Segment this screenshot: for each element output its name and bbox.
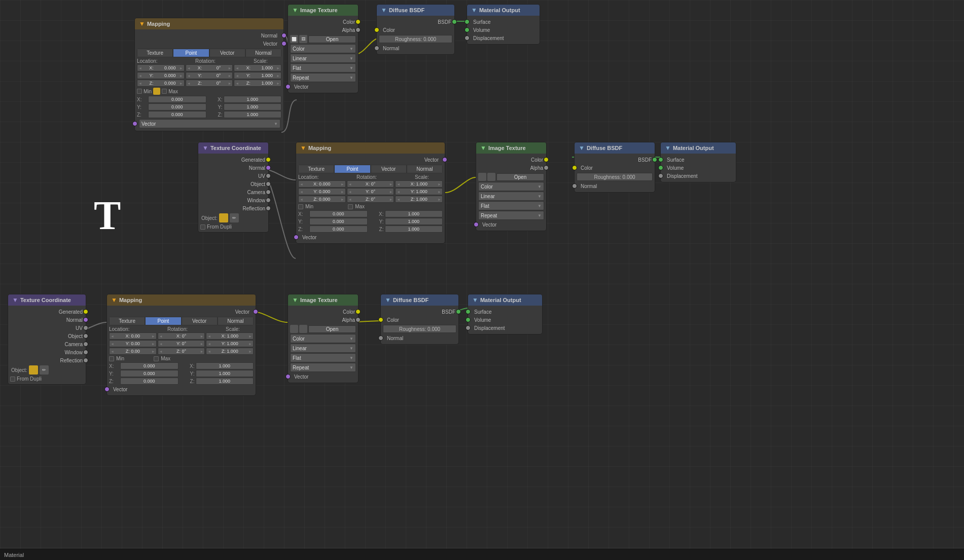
tab-point-r2[interactable]: Point xyxy=(334,165,370,173)
scale-z-r3[interactable]: ◄Z: 1.000► xyxy=(206,348,254,355)
normal-in-diff-r2[interactable] xyxy=(572,183,577,189)
min-cb-r2[interactable] xyxy=(298,204,303,209)
max-x-r3[interactable]: 1.000 xyxy=(196,362,254,369)
rot-y-r3[interactable]: ◄Y: 0°► xyxy=(158,340,205,347)
uv-socket-r2[interactable] xyxy=(266,173,271,178)
max-z2[interactable]: 1.000 xyxy=(385,226,443,233)
tab-point-r3[interactable]: Point xyxy=(145,317,181,325)
volume-socket-r3[interactable] xyxy=(466,317,471,322)
scale-x-r2[interactable]: ◄X: 1.000► xyxy=(395,180,443,188)
rot-y-r1[interactable]: ◄Y:0°► xyxy=(186,72,233,79)
vector-output-socket-r1[interactable] xyxy=(281,41,287,46)
eyedrop-r3[interactable]: ✏ xyxy=(40,365,49,375)
open-btn-r3[interactable]: Open xyxy=(308,325,356,333)
linear-dd-r2[interactable]: Linear▼ xyxy=(478,192,544,201)
eyedropper-r1[interactable] xyxy=(153,88,160,95)
min-y-r1[interactable]: 0.000 xyxy=(148,103,206,110)
color-out-socket-r3[interactable] xyxy=(355,309,361,314)
volume-socket-r2[interactable] xyxy=(658,165,663,170)
rot-x-r2[interactable]: ◄X: 0°► xyxy=(347,180,395,188)
roughness-r3[interactable]: Roughness: 0.000 xyxy=(383,325,456,333)
tab-vector-r2[interactable]: Vector xyxy=(371,165,407,173)
object-icon-r2[interactable] xyxy=(219,213,228,222)
scale-x-r1[interactable]: ◄X:1.000► xyxy=(234,64,281,71)
scale-z-r1[interactable]: ◄Z:1.000► xyxy=(234,80,281,87)
displacement-socket-r3[interactable] xyxy=(466,325,471,330)
alpha-out-socket-r1[interactable] xyxy=(355,27,361,32)
generated-socket-r2[interactable] xyxy=(266,157,271,162)
imgbtn1-r2[interactable] xyxy=(478,173,486,181)
min-z2[interactable]: 0.000 xyxy=(309,226,368,233)
normal-socket-r3[interactable] xyxy=(83,317,88,322)
displacement-socket-r1[interactable] xyxy=(465,35,470,41)
min-z-r3[interactable]: 0.000 xyxy=(120,378,178,385)
rot-z-r3[interactable]: ◄Z: 0°► xyxy=(158,348,205,355)
loc-x-r3[interactable]: ◄X: 0.00► xyxy=(109,332,157,340)
loc-x-r2[interactable]: ◄X: 0.000► xyxy=(298,180,346,188)
camera-socket-r3[interactable] xyxy=(83,342,88,347)
bsdf-socket-r2[interactable] xyxy=(652,157,657,162)
max-x2[interactable]: 1.000 xyxy=(385,210,443,217)
alpha-out-socket-r3[interactable] xyxy=(355,317,361,322)
tab-point-r1[interactable]: Point xyxy=(173,49,209,57)
imgpicker-btn2-r1[interactable]: 🖼 xyxy=(299,35,307,43)
rot-z-r2[interactable]: ◄Z: 0°► xyxy=(347,196,395,203)
uv-socket-r3[interactable] xyxy=(83,325,88,330)
color-dd-r1[interactable]: Color▼ xyxy=(290,44,356,53)
min-y2[interactable]: 0.000 xyxy=(309,218,368,225)
normal-socket-r2[interactable] xyxy=(266,165,271,170)
vector-dropdown-r1[interactable]: Vector ▼ xyxy=(139,119,280,128)
open-btn-r2[interactable]: Open xyxy=(496,173,544,181)
surface-socket-r2[interactable] xyxy=(658,157,663,162)
tab-vector-r3[interactable]: Vector xyxy=(182,317,218,325)
surface-socket-r1[interactable] xyxy=(465,19,470,24)
tab-normal-r1[interactable]: Normal xyxy=(245,49,281,57)
flat-dd-r1[interactable]: Flat▼ xyxy=(290,63,356,72)
object-icon-r3[interactable] xyxy=(29,365,38,375)
min-x2[interactable]: 0.000 xyxy=(309,210,368,217)
node-editor-canvas[interactable]: T ▼ Mapping Normal xyxy=(0,0,964,560)
color-in-diff-r2[interactable] xyxy=(572,165,577,170)
tab-texture-r1[interactable]: Texture xyxy=(137,49,173,57)
roughness-r2[interactable]: Roughness: 0.000 xyxy=(577,173,653,181)
vector-in-socket-img-r1[interactable] xyxy=(285,84,291,89)
generated-socket-r3[interactable] xyxy=(83,309,88,314)
min-x-r3[interactable]: 0.000 xyxy=(120,362,178,369)
color-dd-r2[interactable]: Color▼ xyxy=(478,182,544,191)
rot-z-r1[interactable]: ◄Z:0°► xyxy=(186,80,233,87)
rot-x-r1[interactable]: ◄X:0°► xyxy=(186,64,233,71)
camera-socket-r2[interactable] xyxy=(266,190,271,195)
max-checkbox-r1[interactable] xyxy=(162,89,167,94)
color-out-socket-r1[interactable] xyxy=(355,19,361,24)
rot-y-r2[interactable]: ◄Y: 0°► xyxy=(347,188,395,195)
tab-vector-r1[interactable]: Vector xyxy=(209,49,245,57)
imgbtn1-r3[interactable] xyxy=(290,325,298,333)
eyedrop-r2[interactable]: ✏ xyxy=(230,213,239,222)
vector-in-socket-r1[interactable] xyxy=(132,121,137,126)
scale-x-r3[interactable]: ◄X: 1.000► xyxy=(206,332,254,340)
vector-in-map-r3[interactable] xyxy=(104,387,110,392)
bsdf-socket-r3[interactable] xyxy=(456,309,461,314)
tab-texture-r2[interactable]: Texture xyxy=(298,165,334,173)
scale-y-r2[interactable]: ◄Y: 1.000► xyxy=(395,188,443,195)
alpha-out-socket-r2[interactable] xyxy=(544,165,549,170)
max-y-r1[interactable]: 1.000 xyxy=(224,103,282,110)
reflection-socket-r2[interactable] xyxy=(266,206,271,211)
max-cb-r3[interactable] xyxy=(154,356,159,361)
loc-z-r3[interactable]: ◄Z: 0.00► xyxy=(109,348,157,355)
reflection-socket-r3[interactable] xyxy=(83,358,88,363)
bsdf-out-socket-r1[interactable] xyxy=(452,19,457,24)
normal-input-socket-r1[interactable] xyxy=(281,33,287,38)
linear-dd-r1[interactable]: Linear▼ xyxy=(290,54,356,63)
max-x-r1[interactable]: 1.000 xyxy=(224,96,282,103)
rot-x-r3[interactable]: ◄X: 0°► xyxy=(158,332,205,340)
max-z-r3[interactable]: 1.000 xyxy=(196,378,254,385)
object-socket-r3[interactable] xyxy=(83,333,88,339)
object-socket-r2[interactable] xyxy=(266,181,271,186)
tab-normal-r2[interactable]: Normal xyxy=(407,165,443,173)
normal-in-socket-diff-r1[interactable] xyxy=(374,46,379,51)
vector-out-socket-r2[interactable] xyxy=(442,157,447,162)
max-cb-r2[interactable] xyxy=(348,204,353,209)
flat-dd-r3[interactable]: Flat▼ xyxy=(290,353,356,362)
loc-z-r2[interactable]: ◄Z: 0.000► xyxy=(298,196,346,203)
